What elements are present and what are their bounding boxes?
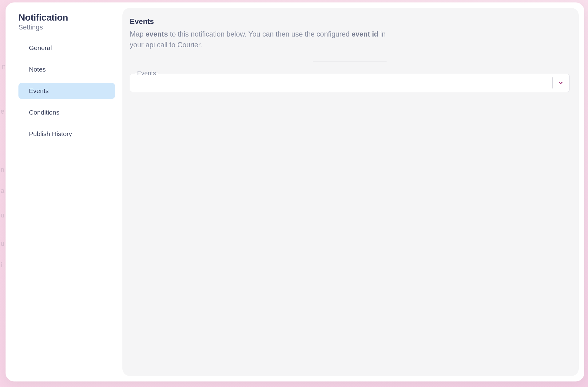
sidebar-subtitle: Settings <box>18 23 115 31</box>
events-field: Events <box>130 74 570 92</box>
desc-text: Map <box>130 30 145 38</box>
settings-sidebar: Notification Settings General Notes Even… <box>6 2 122 381</box>
section-divider <box>313 61 387 61</box>
settings-nav: General Notes Events Conditions Publish … <box>18 40 115 146</box>
nav-item-events[interactable]: Events <box>18 83 115 99</box>
content-description: Map events to this notification below. Y… <box>130 29 400 50</box>
desc-text: to this notification below. You can then… <box>168 30 352 38</box>
content-panel: Events Map events to this notification b… <box>122 8 579 376</box>
divider-container <box>130 61 570 61</box>
nav-item-general[interactable]: General <box>18 40 115 56</box>
nav-item-publish-history[interactable]: Publish History <box>18 126 115 142</box>
events-select[interactable] <box>130 74 570 92</box>
settings-modal: Notification Settings General Notes Even… <box>6 2 584 381</box>
sidebar-title: Notification <box>18 12 115 23</box>
desc-strong-events: events <box>145 30 168 38</box>
content-title: Events <box>130 17 570 26</box>
nav-item-conditions[interactable]: Conditions <box>18 104 115 120</box>
desc-strong-event-id: event id <box>352 30 378 38</box>
nav-item-notes[interactable]: Notes <box>18 61 115 77</box>
chevron-down-icon <box>556 79 565 87</box>
events-field-label: Events <box>135 70 158 77</box>
select-divider <box>552 77 553 88</box>
